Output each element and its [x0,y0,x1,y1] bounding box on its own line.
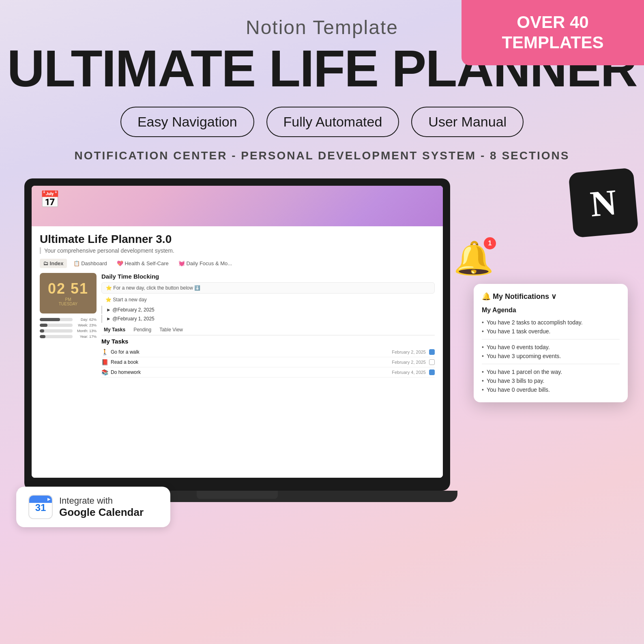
tab-table-view[interactable]: Table View [157,326,185,333]
progress-row-year: Year: 17% [40,335,97,339]
start-new-day-button[interactable]: ⭐ Start a new day [101,295,435,304]
my-tasks-title: My Tasks [101,338,435,345]
clock-day: TUESDAY [44,302,92,306]
screen-sidebar: 02 51 PM TUESDAY Day: 62% [40,273,97,471]
gcal-date-number: 31 [35,503,46,513]
task-row-homework: 📚 Do homework February 4, 2025 [101,367,435,378]
bell-notification-badge: 1 [484,237,496,249]
notif-item-5: You have 3 bills to pay. [482,376,620,385]
screen-main-layout: 02 51 PM TUESDAY Day: 62% [40,273,435,471]
pill-easy-navigation: Easy Navigation [120,107,254,137]
calendar-icon: 📅 [32,186,443,213]
feature-pills: Easy Navigation Fully Automated User Man… [0,107,644,137]
tab-daily-focus[interactable]: 💓 Daily Focus & Mo... [175,259,235,268]
screen-subtitle: Your comprehensive personal development … [40,247,435,254]
gcal-icon-inner: ▶ 31 [29,496,52,518]
task-icon-homework: 📚 [101,369,108,376]
task-name-walk: Go for a walk [111,349,392,355]
task-checkbox-homework[interactable] [429,369,435,375]
task-name-homework: Do homework [111,369,392,375]
progress-bar-month [40,329,73,333]
tasks-header-row: My Tasks Pending Table View [101,326,435,335]
screen-nav: 🗂 Index 📋 Dashboard 💖 Health & Self-Care… [40,259,435,268]
badge-line2: TEMPLATES [502,33,603,52]
over-40-badge: OVER 40 TEMPLATES [462,0,644,65]
google-calendar-badge[interactable]: ▶ 31 Integrate with Google Calendar [16,487,170,527]
progress-row-day: Day: 62% [40,318,97,322]
task-date-homework: February 4, 2025 [392,370,426,375]
tagline: NOTIFICATION CENTER - PERSONAL DEVELOPME… [0,149,644,162]
screen-content: Ultimate Life Planner 3.0 Your comprehen… [32,226,443,478]
notification-panel: 🔔 My Notifications ∨ My Agenda You have … [474,284,628,402]
progress-fill-day [40,318,60,321]
tab-my-tasks[interactable]: My Tasks [101,326,128,333]
task-name-book: Read a book [111,359,392,365]
clock-widget: 02 51 PM TUESDAY [40,273,97,313]
progress-bar-year [40,335,73,338]
laptop-mockup: 📅 Ultimate Life Planner 3.0 Your compreh… [24,178,450,511]
progress-bar-day [40,318,73,321]
task-icon-book: 📕 [101,359,108,365]
screen-title: Ultimate Life Planner 3.0 [40,233,435,246]
notif-item-2: You have 0 events today. [482,343,620,352]
laptop-stand [197,491,278,499]
laptop-screen: 📅 Ultimate Life Planner 3.0 Your compreh… [32,186,443,478]
progress-label-year: Year: 17% [74,335,97,339]
tab-dashboard[interactable]: 📋 Dashboard [70,259,110,268]
task-row-book: 📕 Read a book February 2, 2025 [101,357,435,367]
progress-row-week: Week: 23% [40,323,97,327]
pill-fully-automated: Fully Automated [266,107,399,137]
daily-time-blocking-title: Daily Time Blocking [101,273,435,280]
task-checkbox-book[interactable] [429,359,435,365]
pill-user-manual: User Manual [411,107,524,137]
task-date-book: February 2, 2025 [392,360,426,365]
badge-line1: OVER 40 [517,13,588,32]
content-area: 📅 Ultimate Life Planner 3.0 Your compreh… [0,178,644,543]
notif-divider-1 [482,339,620,339]
google-calendar-icon: ▶ 31 [28,495,53,519]
clock-time: 02 51 [44,280,92,297]
notif-divider-2 [482,364,620,364]
progress-bar-week [40,324,73,327]
laptop-body: 📅 Ultimate Life Planner 3.0 Your compreh… [24,178,450,491]
progress-fill-month [40,329,44,333]
progress-label-day: Day: 62% [74,318,97,322]
screen-header-bar: 📅 [32,186,443,226]
notif-item-0: You have 2 tasks to accomplish today. [482,318,620,327]
my-agenda-title: My Agenda [482,307,620,314]
task-row-walk: 🚶 Go for a walk February 2, 2025 [101,347,435,357]
screen-right: Daily Time Blocking ⭐ For a new day, cli… [101,273,435,471]
daily-time-blocking: Daily Time Blocking ⭐ For a new day, cli… [101,273,435,323]
tab-index[interactable]: 🗂 Index [40,259,67,268]
notif-item-3: You have 3 upcoming events. [482,352,620,361]
date-row-feb1[interactable]: ► @February 1, 2025 [101,315,435,323]
tab-pending[interactable]: Pending [131,326,154,333]
date-row-feb2[interactable]: ► @February 2, 2025 [101,306,435,314]
progress-row-month: Month: 13% [40,329,97,333]
progress-label-month: Month: 13% [74,329,97,333]
task-checkbox-walk[interactable] [429,349,435,355]
notif-item-4: You have 1 parcel on the way. [482,367,620,376]
progress-bars: Day: 62% Week: 23% [40,318,97,339]
progress-fill-week [40,324,47,327]
clock-period: PM [44,297,92,302]
notif-item-6: You have 0 overdue bills. [482,385,620,394]
notification-header: 🔔 My Notifications ∨ [482,292,620,301]
gcal-calendar-name: Google Calendar [59,506,158,519]
progress-label-week: Week: 23% [74,323,97,327]
gcal-text: Integrate with Google Calendar [59,496,158,519]
task-date-walk: February 2, 2025 [392,350,426,354]
gcal-integrate-label: Integrate with [59,496,158,506]
progress-fill-year [40,335,45,338]
notion-logo-icon: N [568,167,638,238]
task-icon-walk: 🚶 [101,349,108,355]
time-block-hint: ⭐ For a new day, click the button below … [101,282,435,294]
bell-icon-container: 🔔 1 [453,239,494,277]
tab-health[interactable]: 💖 Health & Self-Care [114,259,172,268]
notif-item-1: You have 1 task overdue. [482,327,620,336]
